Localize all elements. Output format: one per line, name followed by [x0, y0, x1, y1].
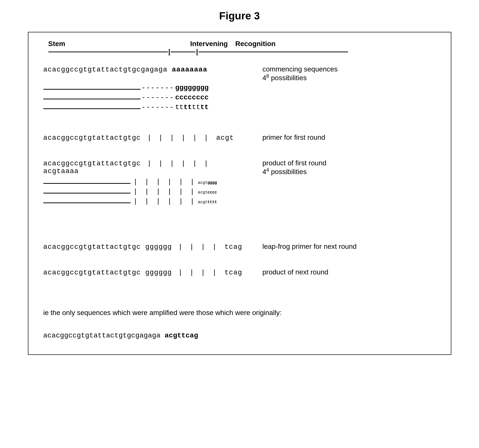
leapfrog-seq: acacggccgtgtattactgtgc: [43, 243, 141, 251]
commencing-seq2: gggggggg: [175, 84, 208, 92]
footer-text: ie the only sequences which were amplifi…: [43, 309, 436, 317]
tick-mark-1: |: [168, 48, 170, 55]
commencing-row2: ------- gggggggg: [43, 84, 436, 92]
product1-underline4: [43, 202, 131, 203]
footer-seq-bold: acgttcag: [165, 332, 198, 339]
product1-pipes4: | | | | | |: [134, 197, 196, 205]
product1-seq-area1: acacggccgtgtattactgtgc | | | | | | acgta…: [43, 160, 248, 175]
commencing-label-text: commencing sequences: [263, 65, 338, 73]
commencing-seq1-bold: aaaaaaaa: [172, 66, 207, 73]
primer-right: acgt: [216, 134, 234, 142]
commencing-superscript: 8: [266, 73, 269, 79]
stem-underline-2: [43, 89, 140, 90]
divider-row: | |: [43, 48, 436, 55]
leapfrog-row1: acacggccgtgtattactgtgc gggggg | | | | tc…: [43, 243, 436, 251]
primer-label: primer for first round: [263, 133, 325, 141]
figure-title: Figure 3: [219, 10, 260, 22]
product1-4-base: 4: [263, 168, 267, 176]
section-leapfrog: acacggccgtgtattactgtgc gggggg | | | | tc…: [43, 243, 436, 251]
section-commencing: acacggccgtgtattactgtgcgagaga aaaaaaaa co…: [43, 65, 436, 111]
product1-seq1: acacggccgtgtattactgtgc: [43, 160, 141, 167]
dashes-2: -------: [141, 84, 174, 92]
primer-seq: acacggccgtgtattactgtgc: [43, 134, 141, 142]
commencing-row1: acacggccgtgtattactgtgcgagaga aaaaaaaa co…: [43, 65, 436, 82]
product1-row2: | | | | | | acgtgggg: [43, 178, 436, 186]
primer-label-text: primer for first round: [263, 133, 325, 141]
tick-mark-2: |: [196, 48, 198, 55]
intervening-line: [171, 52, 196, 52]
commencing-label: commencing sequences 48 possibilities: [263, 65, 338, 82]
commencing-seq4-bold2: tt: [200, 103, 209, 111]
dashes-4: -------: [141, 103, 174, 111]
leapfrog-pipes: | | | |: [178, 243, 218, 251]
product1-underline2: [43, 183, 131, 184]
commencing-seq4-bold: tt: [184, 103, 192, 111]
section-product1: acacggccgtgtattactgtgc | | | | | | acgta…: [43, 159, 436, 205]
section-primer: acacggccgtgtattactgtgc | | | | | | acgt …: [43, 133, 436, 142]
product1-pipes1: | | | | | |: [147, 160, 210, 167]
commencing-seq4-plain: tt: [175, 103, 184, 111]
product1-possibilities: possibilities: [269, 168, 307, 176]
label-stem: Stem: [48, 40, 111, 48]
product-next-middle: gggggg: [145, 269, 172, 276]
product-next-row1: acacggccgtgtattactgtgc gggggg | | | | tc…: [43, 268, 436, 276]
gap4: [43, 228, 436, 243]
stem-line: [48, 52, 168, 52]
footer-seq-normal: acacggccgtgtattactgtgcgagaga: [43, 332, 160, 339]
commencing-possibilities: possibilities: [269, 74, 307, 82]
commencing-seq3: cccccccc: [175, 94, 208, 101]
leapfrog-right: tcag: [224, 243, 242, 251]
product-next-right: tcag: [224, 269, 242, 276]
commencing-seq1-text: acacggccgtgtattactgtgcgagaga: [43, 66, 167, 73]
product1-row4: | | | | | | acgt tttt: [43, 197, 436, 205]
product1-right4-plain: acgt: [198, 200, 207, 204]
product1-underline3: [43, 193, 131, 193]
product1-row3: | | | | | | acgtcccc: [43, 188, 436, 195]
leapfrog-seq-area: acacggccgtgtattactgtgc gggggg | | | | tc…: [43, 243, 248, 251]
commencing-seq1: acacggccgtgtattactgtgcgagaga aaaaaaaa: [43, 66, 248, 73]
primer-row1: acacggccgtgtattactgtgc | | | | | | acgt …: [43, 133, 436, 142]
product1-right4-bold: tttt: [207, 200, 217, 204]
stem-underline-3: [43, 99, 140, 99]
product1-right3-bold: cccc: [207, 190, 217, 195]
product1-right3-plain: acgt: [198, 190, 207, 195]
main-container: Stem Intervening Recognition | | acacggc…: [28, 32, 451, 355]
header-labels: Stem Intervening Recognition: [43, 40, 436, 48]
gap3: [43, 213, 436, 228]
footer-seq: acacggccgtgtattactgtgcgagaga acgttcag: [43, 332, 436, 339]
commencing-4-base: 4: [263, 74, 267, 82]
commencing-seq4-plain2: tt: [192, 103, 200, 111]
product-next-pipes: | | | |: [178, 269, 218, 276]
product1-pipes3: | | | | | |: [134, 188, 196, 195]
product-next-seq-area: acacggccgtgtattactgtgc gggggg | | | | tc…: [43, 269, 248, 276]
label-intervening: Intervening: [190, 40, 228, 48]
product1-label-text: product of first round: [263, 159, 327, 167]
primer-pipes: | | | | | |: [147, 134, 210, 142]
gap5: [43, 258, 436, 268]
product1-right2-plain: acgt: [198, 181, 207, 185]
product-next-seq: acacggccgtgtattactgtgc: [43, 269, 141, 276]
section-product-next: acacggccgtgtattactgtgc gggggg | | | | tc…: [43, 268, 436, 276]
product1-pipes2: | | | | | |: [134, 178, 196, 186]
gap1: [43, 119, 436, 133]
leapfrog-label: leap-frog primer for next round: [263, 243, 357, 251]
stem-underline-4: [43, 108, 140, 109]
recognition-line: [199, 52, 348, 52]
product1-label: product of first round 44 possibilities: [263, 159, 327, 176]
product-next-label-text: product of next round: [263, 268, 329, 276]
leapfrog-label-text: leap-frog primer for next round: [263, 243, 357, 250]
label-recognition: Recognition: [235, 40, 275, 48]
commencing-row4: ------- tttttttt: [43, 103, 436, 111]
primer-seq-area: acacggccgtgtattactgtgc | | | | | | acgt: [43, 134, 248, 142]
commencing-row3: ------- cccccccc: [43, 94, 436, 101]
product1-superscript: 4: [266, 167, 269, 173]
product1-right2-bold: gggg: [207, 181, 217, 185]
product-next-label: product of next round: [263, 268, 329, 276]
gap2: [43, 149, 436, 159]
product1-right1: acgtaaaa: [43, 167, 79, 175]
gap6: [43, 284, 436, 299]
leapfrog-middle: gggggg: [145, 243, 172, 251]
gap7: [43, 317, 436, 327]
dashes-3: -------: [141, 94, 174, 101]
product1-row1: acacggccgtgtattactgtgc | | | | | | acgta…: [43, 159, 436, 176]
